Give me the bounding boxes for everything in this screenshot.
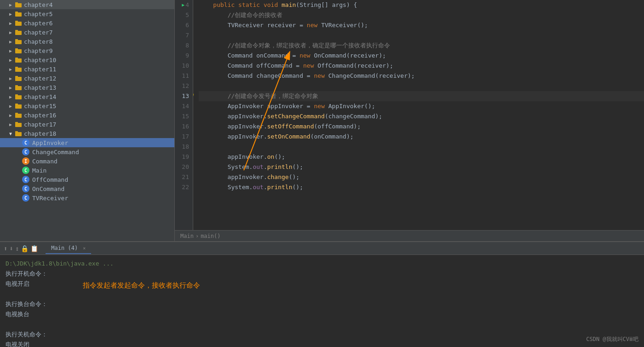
terminal-line-4: 执行换台命令：	[6, 299, 638, 309]
sidebar-item-label: chapter16	[24, 112, 56, 119]
folder-icon	[15, 47, 22, 54]
sidebar-item-chapter14[interactable]: ▶ chapter14	[0, 92, 174, 101]
terminal-tab-label: Main (4)	[51, 245, 78, 251]
line-num-13: 13	[175, 91, 193, 101]
folder-icon	[15, 10, 22, 17]
svg-rect-26	[15, 123, 22, 127]
terminal-icon-4[interactable]: 🔒	[21, 245, 29, 252]
editor: ▶4 5 6 7 8 9 10 11 12 13 14 15 16 17 18 …	[175, 0, 644, 241]
arrow-icon: ▶	[7, 66, 14, 72]
line-num-6: 6	[175, 20, 193, 30]
terminal-icon-2[interactable]: ⬇	[9, 245, 13, 252]
class-item-appinvoker[interactable]: C AppInvoker	[0, 138, 174, 147]
folder-icon	[15, 121, 22, 128]
folder-icon	[15, 102, 22, 110]
line-num-12: 12	[175, 81, 193, 91]
sidebar-item-chapter11[interactable]: ▶ chapter11	[0, 64, 174, 74]
sidebar-item-chapter7[interactable]: ▶ chapter7	[0, 28, 174, 37]
svg-rect-19	[15, 85, 18, 87]
svg-rect-3	[15, 12, 18, 13]
line-num-7: 7	[175, 30, 193, 40]
terminal-line-5: 电视换台	[6, 309, 638, 319]
terminal-empty-2	[6, 319, 638, 330]
class-item-oncommand[interactable]: C OnCommand	[0, 184, 174, 193]
code-line-6: TVReceiver receiver = new TVReceiver();	[199, 20, 644, 30]
class-item-changecommand[interactable]: C ChangeCommand	[0, 147, 174, 156]
line-num-16: 16	[175, 121, 193, 132]
class-item-command[interactable]: I Command	[0, 156, 174, 166]
sidebar-item-chapter12[interactable]: ▶ chapter12	[0, 74, 174, 83]
sidebar-item-chapter15[interactable]: ▶ chapter15	[0, 101, 174, 110]
svg-rect-23	[15, 104, 18, 105]
svg-rect-11	[15, 48, 18, 50]
class-icon-blue: C	[22, 139, 29, 146]
arrow-icon: ▶	[7, 20, 14, 26]
terminal-icon-5[interactable]: 📋	[30, 245, 38, 252]
sidebar-item-chapter10[interactable]: ▶ chapter10	[0, 55, 174, 64]
sidebar-item-chapter4[interactable]: ▶ chapter4	[0, 0, 174, 9]
sidebar-item-chapter9[interactable]: ▶ chapter9	[0, 46, 174, 55]
folder-icon	[15, 93, 22, 100]
line-num-9: 9	[175, 51, 193, 61]
arrow-icon: ▶	[7, 57, 14, 63]
svg-rect-29	[15, 131, 18, 133]
arrow-icon: ▶	[7, 47, 14, 54]
code-area[interactable]: public static void main(String[] args) {…	[193, 0, 644, 230]
code-line-10: Command offCommand = new OffCommand(rece…	[199, 61, 644, 71]
terminal-tab-main[interactable]: Main (4) ×	[46, 243, 91, 254]
svg-rect-27	[15, 122, 18, 123]
sidebar-item-chapter8[interactable]: ▶ chapter8	[0, 37, 174, 46]
code-line-13: 💡 //创建命令发号者，绑定命令对象	[199, 91, 644, 101]
terminal-line-7: 电视关闭	[6, 340, 638, 347]
annotation-text: 指令发起者发起命令，接收者执行命令	[83, 281, 200, 289]
svg-rect-15	[15, 67, 18, 68]
line-num-15: 15	[175, 111, 193, 121]
terminal-icon-3[interactable]: ↕	[15, 245, 19, 252]
breadcrumb-main: Main	[180, 233, 194, 239]
arrow-icon: ▶	[7, 1, 14, 8]
terminal-tabs: ⬆ ⬇ ↕ 🔒 📋 Main (4) ×	[0, 242, 644, 255]
svg-rect-20	[15, 95, 22, 99]
sidebar-item-label: chapter7	[24, 29, 53, 36]
svg-rect-24	[15, 114, 22, 118]
sidebar-item-label: chapter5	[24, 11, 53, 17]
svg-rect-8	[15, 40, 22, 44]
svg-rect-2	[15, 12, 22, 17]
svg-rect-6	[15, 31, 22, 35]
terminal-line-1: D:\JDK\jdk1.8\bin\java.exe ...	[6, 259, 638, 269]
code-line-12	[199, 81, 644, 91]
class-icon-blue: C	[22, 185, 29, 192]
sidebar-item-label: chapter15	[24, 103, 56, 110]
sidebar-item-chapter5[interactable]: ▶ chapter5	[0, 9, 174, 18]
svg-rect-13	[15, 58, 18, 59]
terminal-icon-1[interactable]: ⬆	[4, 245, 7, 252]
line-num-17: 17	[175, 132, 193, 142]
class-label: OffCommand	[32, 176, 68, 183]
terminal-line-2: 执行开机命令：	[6, 269, 638, 279]
terminal-tab-close[interactable]: ×	[83, 246, 86, 251]
class-item-main[interactable]: C Main	[0, 166, 174, 175]
arrow-icon: ▶	[7, 112, 14, 118]
sidebar-item-chapter13[interactable]: ▶ chapter13	[0, 83, 174, 92]
watermark: CSDN @我就叫CVⅲ吧	[586, 335, 638, 343]
code-line-22: System.out.println();	[199, 182, 644, 192]
line-num-5: 5	[175, 10, 193, 20]
arrow-icon: ▶	[7, 103, 14, 109]
line-num-4: ▶4	[175, 0, 193, 10]
sidebar-item-chapter17[interactable]: ▶ chapter17	[0, 120, 174, 129]
sidebar-item-chapter18[interactable]: ▼ chapter18	[0, 129, 174, 138]
folder-icon	[15, 29, 22, 36]
sidebar-item-chapter16[interactable]: ▶ chapter16	[0, 110, 174, 120]
svg-rect-16	[15, 77, 22, 81]
arrow-icon: ▶	[7, 93, 14, 100]
class-item-tvreceiver[interactable]: C TVReceiver	[0, 193, 174, 202]
folder-icon	[15, 38, 22, 45]
svg-rect-14	[15, 68, 22, 72]
folder-icon	[15, 56, 22, 64]
code-line-18	[199, 142, 644, 152]
folder-icon	[15, 111, 22, 119]
sidebar-item-chapter6[interactable]: ▶ chapter6	[0, 18, 174, 28]
code-line-9: Command onCommand = new OnCommand(receiv…	[199, 51, 644, 61]
class-item-offcommand[interactable]: C OffCommand	[0, 175, 174, 184]
sidebar-item-label: chapter13	[24, 84, 56, 91]
